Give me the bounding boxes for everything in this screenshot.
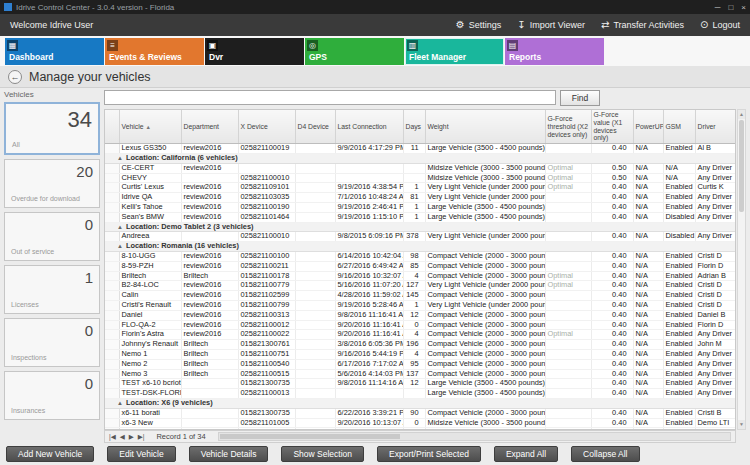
first-record-button[interactable]: |◀ — [109, 431, 116, 442]
settings-button[interactable]: ⚙Settings — [456, 20, 502, 30]
tab-gps[interactable]: ◎GPS — [305, 38, 404, 65]
table-row[interactable]: TEST-DSK-FLORIN025821100013Large Vehicle… — [105, 389, 736, 399]
group-row[interactable]: ▲Location: California (6 vehicles) — [105, 154, 736, 164]
table-cell: Disabled — [663, 232, 695, 242]
add-new-vehicle-button[interactable]: Add New Vehicle — [6, 446, 94, 462]
import-viewer-button[interactable]: ↧Import Viewer — [517, 20, 585, 30]
table-row[interactable]: Nemo 3Briltech0258211005155/6/2016 4:14:… — [105, 369, 736, 379]
table-row[interactable]: 8-59-PZHreview20160258211002116/27/2016 … — [105, 261, 736, 271]
collapse-group-icon[interactable]: ▲ — [117, 242, 123, 251]
tab-reports[interactable]: ▤Reports — [505, 38, 604, 65]
table-row[interactable]: CHEVY025821100010Midsize Vehicle (3000 -… — [105, 173, 736, 183]
scroll-up-icon[interactable]: ▲ — [738, 110, 745, 119]
next-record-button[interactable]: ▶ — [129, 431, 134, 442]
table-row[interactable]: Danielreview20160258211003139/8/2016 11:… — [105, 310, 736, 320]
horizontal-scrollbar-thumb[interactable] — [220, 434, 400, 439]
column-header-g-force-value-x1-devices-only-[interactable]: G-Force value (X1 devices only) — [591, 110, 633, 144]
column-header-weight[interactable]: Weight — [425, 110, 545, 144]
column-header-x-device[interactable]: X Device — [238, 110, 295, 144]
table-row[interactable]: B2-84-LOCreview20160158211007795/16/2016… — [105, 281, 736, 291]
dashboard-icon: ▦ — [7, 40, 18, 51]
show-selection-button[interactable]: Show Selection — [281, 446, 364, 462]
export-print-selected-button[interactable]: Export/Print Selected — [377, 446, 481, 462]
table-row[interactable]: TEST x6-10 bcrioti0158213007359/8/2016 1… — [105, 379, 736, 389]
vehicle-details-button[interactable]: Vehicle Details — [189, 446, 269, 462]
back-button[interactable]: ← — [8, 70, 22, 84]
tab-events-reviews[interactable]: ≡Events & Reviews — [105, 38, 204, 65]
group-row[interactable]: ▲Location: X6 (9 vehicles) — [105, 398, 736, 408]
find-button[interactable]: Find — [560, 90, 600, 106]
filter-card-out-of-service[interactable]: 0Out of service — [4, 212, 100, 261]
table-row[interactable]: Andreea0258211000109/8/2015 6:09:16 PM37… — [105, 232, 736, 242]
table-row[interactable]: FLO-QA-2review20160258211000129/20/2016 … — [105, 320, 736, 330]
table-cell: Optimal — [545, 330, 591, 340]
previous-record-button[interactable]: ◀ — [120, 431, 125, 442]
filter-card-all[interactable]: 34All — [4, 102, 100, 155]
minimize-button[interactable]: ─ — [715, 3, 721, 12]
vertical-scrollbar[interactable]: ▲ ▼ — [737, 109, 746, 430]
collapse-all-button[interactable]: Collapse All — [571, 446, 639, 462]
table-cell: review2016 — [181, 252, 238, 262]
horizontal-scrollbar[interactable] — [218, 432, 731, 441]
group-row[interactable]: ▲Location: Romania (16 vehicles) — [105, 242, 736, 252]
scroll-down-icon[interactable]: ▼ — [738, 420, 745, 429]
filter-card-overdue-for-download[interactable]: 20Overdue for download — [4, 159, 100, 208]
table-row[interactable]: BriltechBriltech0158211001789/16/2016 10… — [105, 271, 736, 281]
edit-vehicle-button[interactable]: Edit Vehicle — [107, 446, 175, 462]
column-header-d4-device[interactable]: D4 Device — [295, 110, 335, 144]
column-header-driver[interactable]: Driver — [695, 110, 736, 144]
filter-card-licenses[interactable]: 1Licenses — [4, 265, 100, 314]
table-row[interactable]: Cristi's Renaultreview20160158211007999/… — [105, 301, 736, 311]
table-cell: review2016 — [181, 193, 238, 203]
maximize-button[interactable]: □ — [728, 3, 733, 12]
table-row[interactable]: Curtis' Lexusreview20160258211091019/19/… — [105, 183, 736, 193]
column-header-gsm[interactable]: GSM — [663, 110, 695, 144]
table-row[interactable]: Johnny's RenaultBriltech0158213007613/8/… — [105, 340, 736, 350]
table-row[interactable]: Idrive QAreview20160258211030357/1/2016 … — [105, 193, 736, 203]
column-header-last-connection[interactable]: Last Connection — [335, 110, 403, 144]
table-row[interactable]: x6-11 borati0158213007356/22/2016 3:39:2… — [105, 408, 736, 418]
column-header-department[interactable]: Department — [181, 110, 238, 144]
group-row[interactable]: ▲Location: Demo Tablet 2 (3 vehicles) — [105, 222, 736, 232]
collapse-group-icon[interactable]: ▲ — [117, 399, 123, 408]
table-row[interactable]: 8-10-UGGreview20160258211001006/14/2016 … — [105, 252, 736, 262]
search-input[interactable] — [104, 90, 556, 105]
table-cell: 1 — [403, 203, 425, 213]
vehicle-table: Vehicle▲DepartmentX DeviceD4 DeviceLast … — [105, 110, 736, 430]
close-button[interactable]: × — [741, 3, 746, 12]
last-record-button[interactable]: ▶| — [138, 431, 145, 442]
table-row[interactable]: Florin's Astrareview20160258211000229/20… — [105, 330, 736, 340]
column-header-powerup[interactable]: PowerUP — [633, 110, 663, 144]
gps-icon: ◎ — [307, 40, 318, 51]
table-row[interactable]: CE-CERTreview2016Midsize Vehicle (3000 -… — [105, 163, 736, 173]
table-row[interactable]: Sean's BMWreview20160258211014649/19/201… — [105, 212, 736, 222]
column-header-vehicle[interactable]: Vehicle▲ — [119, 110, 181, 144]
table-cell: Curtis' Lexus — [119, 183, 181, 193]
table-cell: 0.40 — [591, 349, 633, 359]
column-header-g-force-threshold-x2-devices-only-[interactable]: G-Force threshold (X2 devices only) — [545, 110, 591, 144]
table-row[interactable]: Nemo 2Briltech0158211005406/17/2016 7:17… — [105, 359, 736, 369]
vertical-scrollbar-thumb[interactable] — [739, 120, 744, 212]
table-row[interactable]: x6-3 New0258211010059/20/2016 10:13:07 A… — [105, 418, 736, 428]
table-cell: Compact Vehicle (2000 - 3000 pounds) — [425, 408, 545, 418]
tab-dashboard[interactable]: ▦Dashboard — [5, 38, 104, 65]
table-row[interactable]: Calinreview20160158211025994/28/2016 11:… — [105, 291, 736, 301]
table-row[interactable]: Kelli's Tahoereview20160258211001909/19/… — [105, 203, 736, 213]
collapse-group-icon[interactable]: ▲ — [117, 154, 123, 163]
tab-dvr[interactable]: ▣Dvr — [205, 38, 304, 65]
table-cell: 0.40 — [591, 359, 633, 369]
table-cell: 9/9/2016 4:17:29 PM — [335, 144, 403, 154]
column-header-days[interactable]: Days — [403, 110, 425, 144]
topbar-actions: ⚙Settings↧Import Viewer⇄Transfer Activit… — [456, 20, 740, 30]
collapse-group-icon[interactable]: ▲ — [117, 223, 123, 232]
window-titlebar: Idrive Control Center - 3.0.4 version - … — [0, 0, 750, 14]
logout-button[interactable]: ⊙Logout — [700, 20, 740, 30]
transfer-activities-button[interactable]: ⇄Transfer Activities — [601, 20, 684, 30]
tab-fleet-manager[interactable]: ▥Fleet Manager — [405, 38, 504, 65]
table-cell: 025821100022 — [238, 330, 295, 340]
filter-card-inspections[interactable]: 0Inspections — [4, 318, 100, 367]
expand-all-button[interactable]: Expand All — [494, 446, 558, 462]
table-row[interactable]: Nemo 1Briltech0158211007519/16/2016 5:44… — [105, 349, 736, 359]
table-row[interactable]: Lexus GS350review20160258211000199/9/201… — [105, 144, 736, 154]
filter-card-insurances[interactable]: 0Insurances — [4, 371, 100, 420]
